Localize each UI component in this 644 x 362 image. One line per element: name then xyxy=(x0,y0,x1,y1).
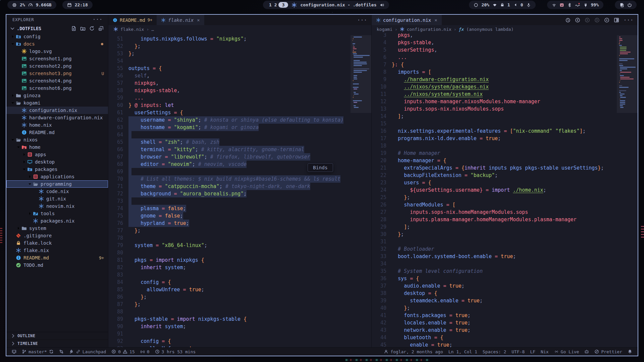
code-line-36[interactable]: 36 sys = { xyxy=(372,275,617,282)
code-line-29[interactable]: 29 ]; xyxy=(372,223,617,231)
code-line-71[interactable]: 71 theme = "catppuccin-mocha"; # tokyo-n… xyxy=(108,183,351,190)
code-line-11[interactable]: 11 ../nixos/system/system.nix xyxy=(372,90,617,98)
minimap-right[interactable] xyxy=(617,33,638,347)
code-line-17[interactable]: 17 programs.nix-ld.dev.enable = true; xyxy=(372,135,617,142)
status-prettier[interactable]: Prettier xyxy=(592,348,625,356)
code-line-33[interactable]: 33 boot.loader.systemd-boot.enable = tru… xyxy=(372,253,617,260)
tab-readme-md[interactable]: README.md9+ xyxy=(108,15,157,25)
code-line-53[interactable]: 53}; xyxy=(108,50,351,57)
code-line-44[interactable]: 44 bluetooth = { xyxy=(372,334,617,341)
editor-more-actions-button[interactable]: ··· xyxy=(624,17,634,23)
code-line-39[interactable]: 39 steamdeck.enable = true; xyxy=(372,297,617,304)
tree-item-programming[interactable]: programming xyxy=(6,180,108,188)
tree-item-readme-md[interactable]: README.md9+ xyxy=(6,254,108,261)
breadcrumb-file[interactable]: flake.nix xyxy=(120,27,144,32)
status-copilot[interactable] xyxy=(582,348,592,356)
status-time-tracked[interactable]: 3 hrs 53 mins xyxy=(152,348,199,356)
breadcrumb-symbol[interactable]: (anonymous lambda) xyxy=(466,27,514,32)
navigate-forward-button[interactable] xyxy=(585,17,590,23)
chevron-right-icon[interactable] xyxy=(15,226,21,231)
code-line-12[interactable]: 12 inputs.home-manager.nixosModules.home… xyxy=(372,98,617,105)
code-line-21[interactable]: 21 extraSpecialArgs = {inherit inputs pk… xyxy=(372,164,617,172)
tree-item-flake-lock[interactable]: flake.lock xyxy=(6,239,108,247)
code-line-63[interactable]: 63 hostname = "kogami"; # kogami or gino… xyxy=(108,124,351,131)
code-line-74[interactable]: 74 plasma = false; xyxy=(108,205,351,212)
tree-item-apps[interactable]: apps xyxy=(6,151,108,158)
status-remote-indicator[interactable] xyxy=(9,348,19,356)
code-line-55[interactable]: 55outputs = { xyxy=(108,65,351,72)
code-line-51[interactable]: 51 inputs.nixpkgs.follows = "nixpkgs"; xyxy=(108,35,351,43)
code-line-35[interactable]: 35 # System level configuration xyxy=(372,267,617,275)
tray-status-pill[interactable]: 20% 1 0 xyxy=(469,1,535,9)
tab-configuration-nix[interactable]: configuration.nix× xyxy=(372,15,442,25)
tree-item-home-nix[interactable]: home.nix xyxy=(6,121,108,129)
status-eol[interactable]: LF xyxy=(527,348,538,356)
breadcrumb[interactable]: kogami › configuration.nix › ƒx (anonymo… xyxy=(372,25,638,33)
tree-item-packages-nix[interactable]: packages.nix xyxy=(6,217,108,225)
tree-item-code-nix[interactable]: code.nix xyxy=(6,188,108,195)
tree-item-screenshot4-png[interactable]: screenshot4.png xyxy=(6,77,108,84)
status-indentation[interactable]: Spaces: 2 xyxy=(480,348,509,356)
code-line-58[interactable]: 58 nixpkgs-stable, xyxy=(108,87,351,94)
code-line-38[interactable]: 38 desktop = { xyxy=(372,290,617,297)
tree-item--gitignore[interactable]: .gitignore xyxy=(6,232,108,239)
code-line-65[interactable]: 65 shell = "zsh"; # bash, zsh xyxy=(108,138,351,146)
navigate-last-edit-button[interactable] xyxy=(594,17,600,23)
code-line-27[interactable]: 27 inputs.sops-nix.homeManagerModules.so… xyxy=(372,208,617,216)
code-line-79[interactable]: 79 system = "x86_64-linux"; xyxy=(108,242,351,249)
code-line-52[interactable]: 52 }; xyxy=(108,43,351,50)
code-line-28[interactable]: 28 inputs.plasma-manager.homeManagerModu… xyxy=(372,216,617,223)
tree-item-neovim-nix[interactable]: neovim.nix xyxy=(6,202,108,210)
navigate-back-button[interactable] xyxy=(575,17,580,23)
chevron-right-icon[interactable] xyxy=(21,160,27,164)
status-git-branch[interactable]: master* xyxy=(19,348,56,356)
tree-item-flake-nix[interactable]: flake.nix xyxy=(6,247,108,254)
chevron-right-icon[interactable] xyxy=(10,34,16,39)
code-line-66[interactable]: 66 terminal = "kitty"; # kitty, alacritt… xyxy=(108,146,351,153)
timeline-history-button[interactable] xyxy=(565,17,571,23)
code-line-22[interactable]: 22 backupFileExtension = "backup"; xyxy=(372,172,617,179)
tree-item-hardware-configuration-nix[interactable]: hardware-configuration.nix xyxy=(6,114,108,121)
tree-item-git-nix[interactable]: git.nix xyxy=(6,195,108,202)
chevron-down-icon[interactable] xyxy=(10,101,16,105)
breadcrumb-folder[interactable]: kogami xyxy=(377,27,392,32)
code-line-6[interactable]: 6 ... xyxy=(372,54,617,61)
tree-item-tools[interactable]: tools xyxy=(6,210,108,217)
status-notifications[interactable] xyxy=(625,348,635,356)
code-line-8[interactable]: 8 imports = [ xyxy=(372,68,617,76)
code-line-86[interactable]: 86 }; xyxy=(108,293,351,301)
chevron-right-icon[interactable] xyxy=(21,152,27,157)
tree-item-docs[interactable]: docs xyxy=(6,40,108,48)
code-line-70[interactable]: 70 # List all themes: $ nix build nixpkg… xyxy=(108,175,351,183)
status-language-mode[interactable]: Nix xyxy=(538,348,551,356)
code-line-14[interactable]: 14 ]; xyxy=(372,113,617,120)
chevron-down-icon[interactable] xyxy=(10,137,16,142)
code-line-45[interactable]: 45 enable = true; xyxy=(372,341,617,347)
code-line-25[interactable]: 25 }; xyxy=(372,194,617,201)
code-line-37[interactable]: 37 audio.enable = true; xyxy=(372,282,617,290)
tree-item-todo-md[interactable]: TODO.md xyxy=(6,261,108,269)
code-line-40[interactable]: 40 }; xyxy=(372,304,617,312)
tree-item-configuration-nix[interactable]: configuration.nix xyxy=(6,107,108,114)
tree-item-config[interactable]: config xyxy=(6,33,108,40)
chevron-right-icon[interactable] xyxy=(27,211,33,216)
status-launchpad[interactable]: Launchpad xyxy=(66,348,109,356)
tree-item-ginoza[interactable]: ginoza xyxy=(6,92,108,99)
code-line-64[interactable]: 64 xyxy=(108,131,351,138)
code-line-93[interactable]: 93 allowUnfree = true; xyxy=(108,345,351,347)
workspace-1[interactable]: 1 xyxy=(268,2,273,7)
tree-item-screenshot2-png[interactable]: screenshot2.png xyxy=(6,62,108,70)
code-line-89[interactable]: 89 pkgs-stable = import nixpkgs-stable { xyxy=(108,315,351,323)
minimap-left[interactable] xyxy=(351,33,371,347)
code-editor-flake-nix[interactable]: 51 inputs.nixpkgs.follows = "nixpkgs";52… xyxy=(108,33,351,347)
code-line-30[interactable]: 30 }; xyxy=(372,231,617,238)
code-line-92[interactable]: 92 config = { xyxy=(108,338,351,345)
code-line-9[interactable]: 9 ./hardware-configuration.nix xyxy=(372,76,617,83)
code-line-20[interactable]: 20 home-manager = { xyxy=(372,157,617,164)
code-line-81[interactable]: 81 pkgs = import nixpkgs { xyxy=(108,256,351,264)
code-line-67[interactable]: 67 browser = "librewolf"; # firefox, lib… xyxy=(108,153,351,161)
code-line-85[interactable]: 85 allowUnfree = true; xyxy=(108,286,351,293)
status-encoding[interactable]: UTF-8 xyxy=(509,348,527,356)
status-git-compare[interactable] xyxy=(56,348,66,356)
split-editor-button[interactable] xyxy=(614,17,619,23)
